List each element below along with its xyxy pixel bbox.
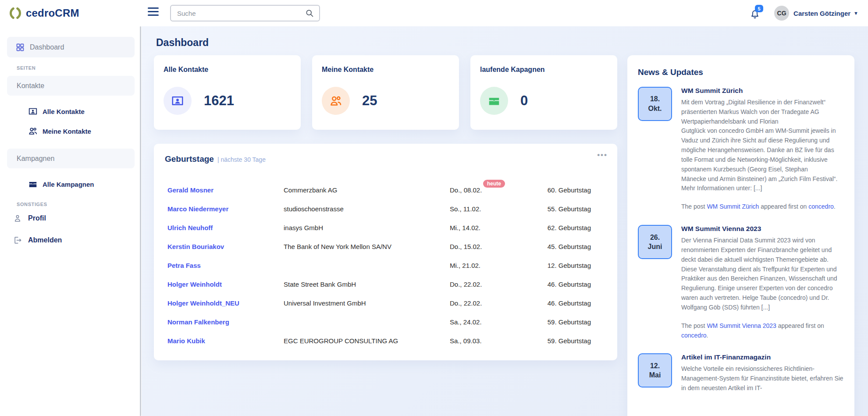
date-cell: Sa., 09.03. xyxy=(450,337,482,345)
news-item-title[interactable]: WM Summit Zürich xyxy=(681,87,844,95)
sidebar-item-dashboard[interactable]: Dashboard xyxy=(7,37,135,57)
sidebar-item-meine-kontakte[interactable]: Meine Kontakte xyxy=(28,125,135,137)
sidebar-item-alle-kontakte[interactable]: Alle Kontakte xyxy=(28,105,135,117)
contact-link[interactable]: Ulrich Neuhoff xyxy=(167,224,284,231)
news-date-badge: 12. Mai xyxy=(638,353,672,388)
date-cell: Mi., 21.02. xyxy=(450,262,480,269)
contact-link[interactable]: Norman Falkenberg xyxy=(167,318,284,326)
news-source-link[interactable]: concedro xyxy=(808,203,834,210)
news-date-day: 18. xyxy=(650,94,660,104)
contact-link[interactable]: Petra Fass xyxy=(167,262,284,269)
news-item-footer: The post WM Summit Vienna 2023 appeared … xyxy=(681,321,844,341)
date-cell: Do., 22.02. xyxy=(450,281,482,288)
search-icon[interactable] xyxy=(305,9,314,18)
birthday-cell: 45. Geburtstag xyxy=(537,243,591,250)
sidebar-item-profil[interactable]: Profil xyxy=(13,212,135,224)
footer-text: appeared first on xyxy=(759,203,808,210)
stat-value: 25 xyxy=(362,93,377,109)
news-panel: News & Updates 18. Okt. WM Summit Zürich… xyxy=(627,55,854,416)
news-item-title[interactable]: WM Summit Vienna 2023 xyxy=(681,225,844,233)
contact-link[interactable]: Gerald Mosner xyxy=(167,186,284,194)
sidebar-item-label: Abmelden xyxy=(28,236,62,244)
birthday-cell: 59. Geburtstag xyxy=(537,318,591,326)
contact-link[interactable]: Marco Niedermeyer xyxy=(167,205,284,213)
sidebar-item-kampagnen[interactable]: Kampagnen xyxy=(7,149,135,168)
news-date-day: 26. xyxy=(650,233,660,242)
table-row[interactable]: Petra Fass Mi., 21.02. 12. Geburtstag xyxy=(167,256,591,275)
news-date-badge: 18. Okt. xyxy=(638,87,672,121)
sidebar-item-label: Meine Kontakte xyxy=(43,128,91,135)
sidebar-scrollbar[interactable] xyxy=(140,26,141,416)
stat-label: laufende Kapagnen xyxy=(480,66,608,74)
birthday-cell: 12. Geburtstag xyxy=(537,262,591,269)
stat-card-meine-kontakte[interactable]: Meine Kontakte 25 xyxy=(312,55,459,130)
footer-text: . xyxy=(707,332,708,339)
page-title: Dashboard xyxy=(156,37,209,49)
table-row[interactable]: Gerald Mosner Commerzbank AG Do., 08.02.… xyxy=(167,181,591,199)
stats-row: Alle Kontakte 1621 Meine Kontakte xyxy=(154,55,617,130)
logout-icon xyxy=(13,236,22,245)
date-cell: Do., 22.02. xyxy=(450,299,482,307)
news-date-day: 12. xyxy=(650,361,660,371)
news-item-body: Der Vienna Financial Data Summit 2023 wi… xyxy=(681,236,844,313)
search-input[interactable] xyxy=(171,10,305,17)
briefcase-icon xyxy=(28,179,38,189)
footer-text: The post xyxy=(681,203,707,210)
birthday-cell: 60. Geburtstag xyxy=(537,186,591,194)
news-title: News & Updates xyxy=(638,68,844,77)
company-cell: Universal Investment GmbH xyxy=(284,299,450,307)
table-row[interactable]: Kerstin Bouriakov The Bank of New York M… xyxy=(167,237,591,256)
card-menu-icon[interactable]: ••• xyxy=(597,151,608,160)
table-row[interactable]: Holger Weinholdt State Street Bank GmbH … xyxy=(167,275,591,294)
app-logo[interactable]: cedroCRM xyxy=(9,0,79,26)
notification-count-badge: 5 xyxy=(755,5,763,12)
birthday-cell: 46. Geburtstag xyxy=(537,281,591,288)
sidebar-item-label: Dashboard xyxy=(30,43,64,51)
contact-link[interactable]: Holger Weinholdt_NEU xyxy=(167,299,284,307)
date-cell: Do., 08.02. xyxy=(450,186,482,194)
date-cell: So., 11.02. xyxy=(450,205,481,213)
table-row[interactable]: Ulrich Neuhoff inasys GmbH Mi., 14.02. 6… xyxy=(167,218,591,237)
user-icon xyxy=(13,214,22,223)
avatar-initials: CG xyxy=(777,10,786,17)
sidebar-item-alle-kampagnen[interactable]: Alle Kampagnen xyxy=(28,178,135,190)
news-item-footer: The post WM Summit Zürich appeared first… xyxy=(681,202,844,212)
sidebar-item-abmelden[interactable]: Abmelden xyxy=(13,234,135,246)
birthdays-table: Gerald Mosner Commerzbank AG Do., 08.02.… xyxy=(167,181,591,350)
news-post-link[interactable]: WM Summit Vienna 2023 xyxy=(707,322,776,329)
user-menu[interactable]: Carsten Götzinger ▼ xyxy=(793,10,858,17)
news-source-link[interactable]: concedro xyxy=(681,332,707,339)
contact-link[interactable]: Holger Weinholdt xyxy=(167,281,284,288)
company-cell: EGC EUROGROUP CONSULTING AG xyxy=(284,337,450,345)
user-name: Carsten Götzinger xyxy=(793,10,850,17)
date-cell: Do., 15.02. xyxy=(450,243,482,250)
sidebar-item-label: Alle Kampagnen xyxy=(43,181,94,188)
news-post-link[interactable]: WM Summit Zürich xyxy=(707,203,759,210)
topbar: cedroCRM 5 CG Carsten Götzinger xyxy=(0,0,868,26)
table-row[interactable]: Norman Falkenberg Sa., 24.02. 59. Geburt… xyxy=(167,313,591,331)
sidebar-item-kontakte[interactable]: Kontakte xyxy=(7,76,135,96)
table-row[interactable]: Marco Niedermeyer studioschoenstrasse So… xyxy=(167,199,591,218)
sidebar-item-label: Kontakte xyxy=(17,82,44,90)
news-item-title[interactable]: Artikel im IT-Finanzmagazin xyxy=(681,353,844,361)
sidebar-item-label: Profil xyxy=(28,214,46,222)
menu-toggle-icon[interactable] xyxy=(148,7,159,19)
contact-card-icon xyxy=(28,107,38,116)
stat-card-alle-kontakte[interactable]: Alle Kontakte 1621 xyxy=(154,55,301,130)
table-row[interactable]: Mario Kubik EGC EUROGROUP CONSULTING AG … xyxy=(167,331,591,350)
table-row[interactable]: Holger Weinholdt_NEU Universal Investmen… xyxy=(167,294,591,313)
news-item: 26. Juni WM Summit Vienna 2023 Der Vienn… xyxy=(638,225,844,340)
company-cell: The Bank of New York Mellon SA/NV xyxy=(284,243,450,250)
news-date-month: Mai xyxy=(649,370,661,380)
birthdays-card: Geburtstage | nächste 30 Tage ••• Gerald… xyxy=(154,144,617,360)
sidebar-section-seiten: SEITEN xyxy=(17,65,135,71)
stat-card-laufende-kampagnen[interactable]: laufende Kapagnen 0 xyxy=(470,55,617,130)
notifications-button[interactable]: 5 xyxy=(750,7,762,20)
people-icon xyxy=(322,87,350,115)
avatar[interactable]: CG xyxy=(774,6,789,21)
contact-link[interactable]: Mario Kubik xyxy=(167,337,284,345)
stat-value: 0 xyxy=(520,93,528,109)
contact-link[interactable]: Kerstin Bouriakov xyxy=(167,243,284,250)
logo-brackets-icon xyxy=(9,7,22,20)
footer-text: The post xyxy=(681,322,707,329)
